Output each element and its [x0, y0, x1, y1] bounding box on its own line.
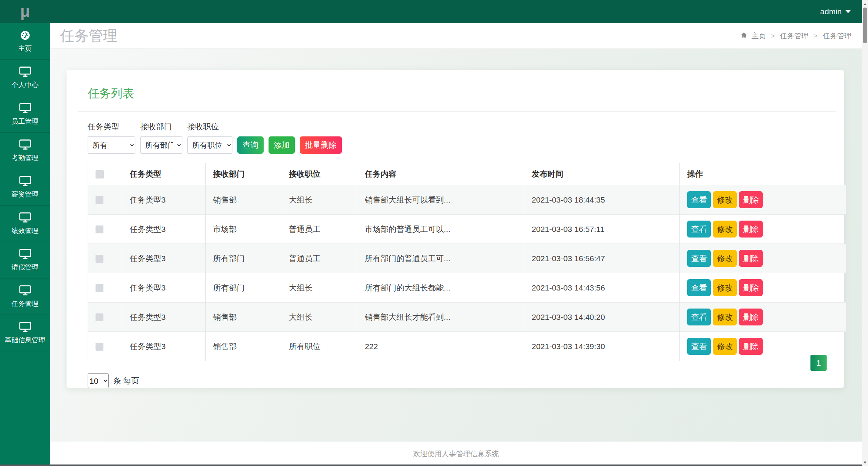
cell-type: 任务类型3: [122, 332, 205, 361]
cell-time: 2021-03-03 14:40:20: [524, 303, 679, 332]
sidebar-item-label: 员工管理: [12, 117, 39, 126]
cell-position: 大组长: [281, 185, 357, 215]
page-1-button[interactable]: 1: [810, 355, 827, 371]
sidebar-item-label: 薪资管理: [12, 190, 39, 199]
cell-content: 所有部门的普通员工可...: [357, 244, 524, 273]
breadcrumb-item[interactable]: 任务管理: [780, 31, 809, 41]
per-page-label: 条 每页: [113, 375, 139, 386]
add-button[interactable]: 添加: [269, 136, 295, 154]
cell-dept: 销售部: [205, 185, 281, 215]
view-button[interactable]: 查看: [687, 191, 711, 208]
cell-time: 2021-03-03 16:56:47: [524, 244, 679, 273]
cell-actions: 查看修改删除: [680, 215, 847, 244]
desktop-icon: [19, 321, 32, 333]
edit-button[interactable]: 修改: [713, 279, 737, 296]
footer-text: 欢迎使用人事管理信息系统: [413, 449, 499, 459]
row-checkbox[interactable]: [96, 225, 103, 233]
cell-position: 普通员工: [281, 244, 357, 273]
search-button[interactable]: 查询: [237, 136, 264, 154]
view-button[interactable]: 查看: [687, 309, 711, 325]
select-all-checkbox[interactable]: [96, 170, 104, 179]
desktop-icon: [19, 285, 32, 296]
delete-button[interactable]: 删除: [739, 191, 763, 208]
filter-task-type: 任务类型 所有: [88, 121, 135, 154]
batch-delete-button[interactable]: 批量删除: [300, 136, 342, 154]
cell-time: 2021-03-03 16:57:11: [524, 215, 679, 244]
task-type-select[interactable]: 所有: [88, 136, 135, 154]
row-checkbox[interactable]: [96, 343, 103, 351]
edit-button[interactable]: 修改: [713, 250, 737, 267]
task-table: 任务类型 接收部门 接收职位 任务内容 发布时间 操作 任务类型3销售部大组长销…: [88, 163, 847, 361]
sidebar-item-task[interactable]: 任务管理: [0, 278, 50, 315]
scroll-down-icon[interactable]: ▼: [862, 459, 868, 465]
page-header: 任务管理 主页 > 任务管理 > 任务管理: [50, 23, 862, 49]
view-button[interactable]: 查看: [687, 338, 711, 355]
edit-button[interactable]: 修改: [713, 221, 737, 238]
delete-button[interactable]: 删除: [739, 338, 763, 355]
user-menu[interactable]: admin: [820, 7, 862, 16]
row-checkbox[interactable]: [96, 196, 103, 204]
cell-content: 销售部大组长才能看到...: [357, 303, 524, 332]
cell-content: 222: [357, 332, 524, 361]
sidebar-item-home[interactable]: 主页: [0, 23, 50, 60]
breadcrumb: 主页 > 任务管理 > 任务管理: [741, 31, 851, 41]
table-row: 任务类型3销售部大组长销售部大组长可以看到...2021-03-03 18:44…: [88, 185, 847, 215]
page-size-select[interactable]: 10: [88, 373, 109, 388]
desktop-icon: [19, 103, 32, 114]
delete-button[interactable]: 删除: [739, 221, 763, 238]
sidebar-item-employee[interactable]: 员工管理: [0, 96, 50, 133]
desktop-icon: [19, 66, 32, 77]
view-button[interactable]: 查看: [687, 279, 711, 296]
row-checkbox-cell: [88, 303, 122, 332]
sidebar-item-baseinfo[interactable]: 基础信息管理: [0, 315, 50, 351]
department-select[interactable]: 所有部门: [140, 136, 182, 154]
table-row: 任务类型3所有部门普通员工所有部门的普通员工可...2021-03-03 16:…: [88, 244, 847, 273]
desktop-icon: [19, 176, 32, 187]
page-title: 任务管理: [60, 26, 117, 45]
scrollbar-thumb[interactable]: [863, 8, 867, 43]
sidebar-item-label: 绩效管理: [12, 226, 39, 235]
user-name: admin: [820, 7, 842, 16]
cell-position: 所有职位: [281, 332, 357, 361]
delete-button[interactable]: 删除: [739, 309, 763, 325]
department-label: 接收部门: [140, 121, 182, 132]
cell-content: 所有部门的大组长都能...: [357, 273, 524, 303]
sidebar-item-label: 请假管理: [12, 263, 39, 272]
row-checkbox-cell: [88, 215, 122, 244]
row-checkbox-cell: [88, 273, 122, 303]
sidebar-nav: 主页个人中心员工管理考勤管理薪资管理绩效管理请假管理任务管理基础信息管理: [0, 23, 50, 351]
edit-button[interactable]: 修改: [713, 191, 737, 208]
delete-button[interactable]: 删除: [739, 250, 763, 267]
cell-position: 大组长: [281, 273, 357, 303]
delete-button[interactable]: 删除: [739, 279, 763, 296]
col-header-position: 接收职位: [281, 163, 357, 185]
row-checkbox[interactable]: [96, 284, 103, 292]
scroll-up-icon[interactable]: ▲: [862, 1, 868, 7]
desktop-icon: [19, 285, 32, 296]
view-button[interactable]: 查看: [687, 221, 711, 238]
position-select[interactable]: 所有职位: [187, 136, 232, 154]
panel-title: 任务列表: [78, 81, 836, 112]
sidebar-item-label: 基础信息管理: [5, 336, 46, 345]
sidebar-item-attendance[interactable]: 考勤管理: [0, 133, 50, 169]
cell-type: 任务类型3: [122, 185, 205, 215]
breadcrumb-home[interactable]: 主页: [741, 31, 766, 41]
row-checkbox[interactable]: [96, 313, 103, 321]
breadcrumb-item-current: 任务管理: [823, 31, 851, 41]
app-logo: μ: [0, 0, 50, 23]
filter-department: 接收部门 所有部门: [140, 121, 182, 154]
sidebar-item-profile[interactable]: 个人中心: [0, 60, 50, 96]
task-list-panel: 任务列表 任务类型 所有 接收部门 所有部门 接收职位 所有职位 查询: [67, 70, 844, 388]
sidebar-item-salary[interactable]: 薪资管理: [0, 169, 50, 206]
edit-button[interactable]: 修改: [713, 309, 737, 325]
scrollbar[interactable]: ▲ ▼: [862, 0, 868, 466]
cell-position: 大组长: [281, 303, 357, 332]
edit-button[interactable]: 修改: [713, 338, 737, 355]
window-bottom-edge: [0, 464, 862, 466]
sidebar-item-leave[interactable]: 请假管理: [0, 242, 50, 278]
sidebar-item-performance[interactable]: 绩效管理: [0, 206, 50, 242]
desktop-icon: [19, 66, 32, 77]
view-button[interactable]: 查看: [687, 250, 711, 267]
row-checkbox[interactable]: [96, 255, 103, 263]
cell-dept: 销售部: [205, 332, 281, 361]
